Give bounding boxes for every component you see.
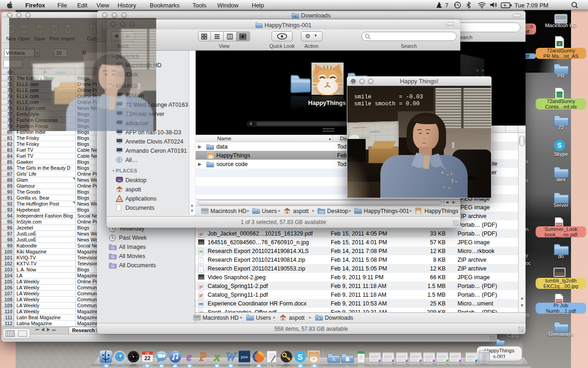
svg-text:S: S — [298, 353, 303, 362]
svg-text:x: x — [214, 351, 220, 363]
svg-text:P: P — [199, 351, 207, 363]
svg-text:docx: docx — [199, 304, 203, 305]
svg-text:PDF: PDF — [556, 299, 562, 302]
svg-text:X: X — [559, 42, 561, 46]
svg-text:FEB: FEB — [145, 352, 149, 355]
svg-text:pse: pse — [241, 355, 248, 359]
svg-text:A: A — [332, 356, 335, 362]
svg-text:W: W — [226, 351, 237, 363]
svg-text:PDF: PDF — [556, 223, 562, 226]
svg-text:S: S — [557, 142, 561, 149]
svg-text:e: e — [187, 351, 192, 363]
svg-text:22: 22 — [144, 355, 151, 362]
